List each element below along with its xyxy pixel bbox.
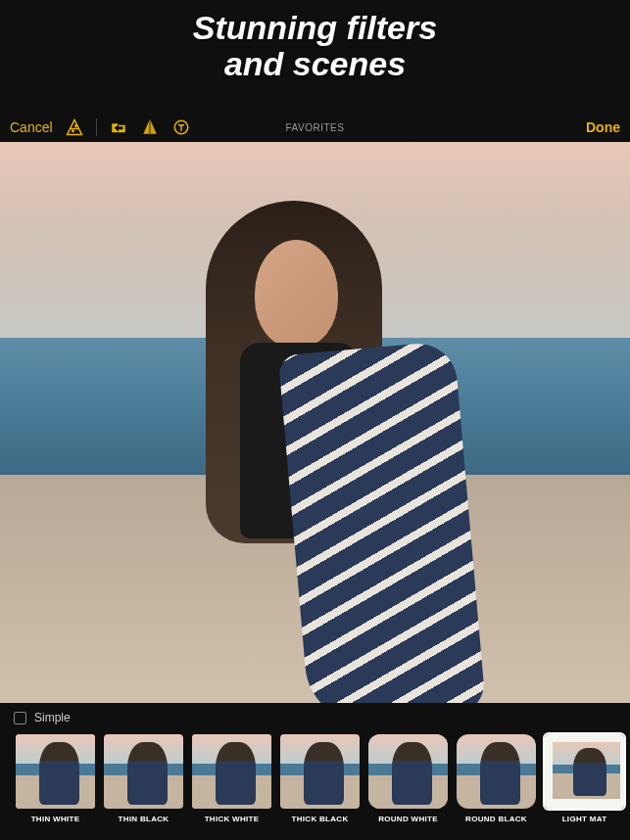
cancel-button[interactable]: Cancel: [10, 119, 53, 135]
filter-label: ROUND BLACK: [455, 815, 538, 823]
hero-line-2: and scenes: [0, 46, 630, 82]
photo-subject: [157, 201, 470, 703]
simple-option-row: Simple: [0, 703, 630, 732]
filter-label: LIGHT MAT: [543, 815, 626, 823]
main-photo-canvas[interactable]: [0, 142, 630, 703]
toolbar-left-group: Cancel: [10, 117, 191, 137]
filter-light-mat[interactable]: LIGHT MAT: [543, 732, 626, 823]
filter-round-black[interactable]: ROUND BLACK: [455, 732, 538, 823]
filter-label: THIN WHITE: [14, 815, 97, 823]
toolbar-divider: [96, 118, 97, 136]
filter-round-white[interactable]: ROUND WHITE: [366, 732, 450, 823]
flip-horizontal-icon[interactable]: [140, 117, 160, 137]
filter-thick-black[interactable]: THICK BLACK: [278, 732, 362, 823]
done-button[interactable]: Done: [586, 119, 620, 135]
hero-promo-text: Stunning filters and scenes: [0, 10, 630, 83]
hero-line-1: Stunning filters: [0, 10, 630, 46]
svg-point-0: [72, 130, 73, 132]
filter-label: THICK BLACK: [278, 815, 362, 823]
editor-toolbar: Cancel FAVORITES Done: [0, 113, 630, 142]
pizza-icon[interactable]: [65, 117, 84, 137]
simple-checkbox[interactable]: [14, 712, 26, 724]
toolbar-mode-label[interactable]: FAVORITES: [286, 122, 345, 133]
simple-label: Simple: [34, 711, 71, 724]
filter-thin-white[interactable]: THIN WHITE: [14, 732, 97, 823]
filter-label: THIN BLACK: [102, 815, 185, 823]
text-circle-icon[interactable]: [171, 117, 191, 137]
filter-thick-white[interactable]: THICK WHITE: [190, 732, 273, 823]
filter-label: THICK WHITE: [190, 815, 273, 823]
folder-icon[interactable]: [109, 117, 128, 137]
svg-rect-2: [149, 120, 150, 135]
svg-point-1: [74, 125, 76, 127]
filter-thin-black[interactable]: THIN BLACK: [102, 732, 185, 823]
filter-label: ROUND WHITE: [366, 815, 450, 823]
bottom-panel: Simple THIN WHITE THIN BLACK THICK WHITE…: [0, 703, 630, 840]
frame-filter-strip[interactable]: THIN WHITE THIN BLACK THICK WHITE THICK …: [0, 732, 630, 823]
